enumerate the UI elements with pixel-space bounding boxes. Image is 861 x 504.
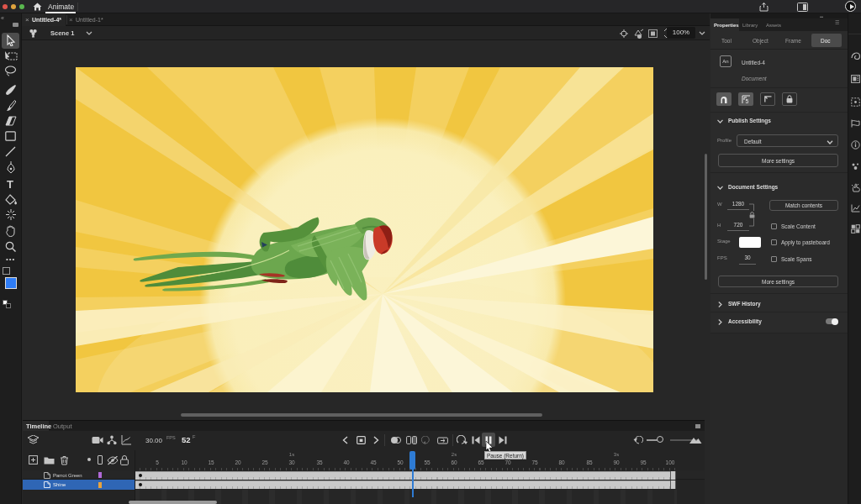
- svg-text:5: 5: [745, 98, 748, 104]
